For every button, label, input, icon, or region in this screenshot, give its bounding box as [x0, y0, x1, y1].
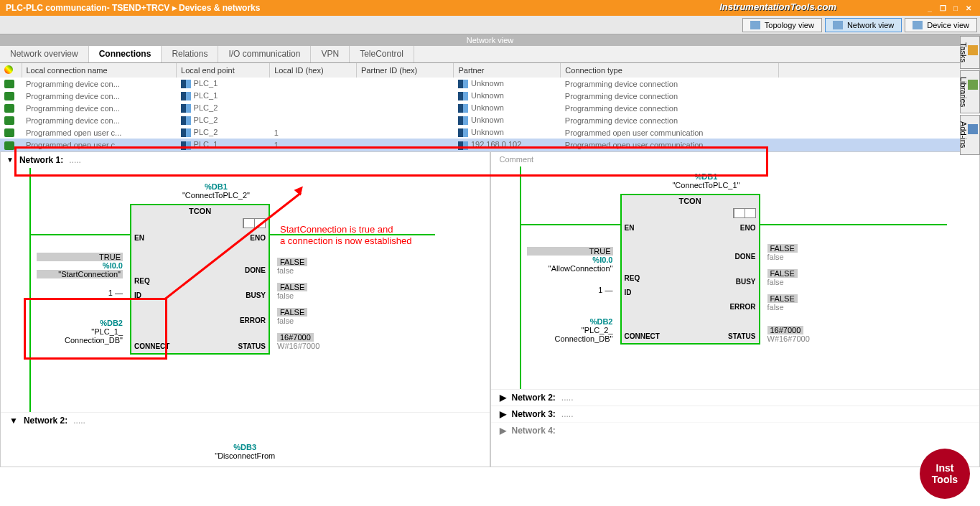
detail-tabs: Network overview Connections Relations I…	[0, 46, 980, 63]
plc-icon	[181, 141, 191, 150]
db-header: %DB1"ConnectToPLC_2"	[151, 182, 281, 200]
partner-icon	[458, 92, 468, 100]
done-out: FALSEfalse	[277, 258, 307, 275]
table-row-selected[interactable]: Programmed open user c...PLC_11192.168.0…	[0, 139, 980, 151]
expand-icon[interactable]: ▶	[500, 393, 506, 403]
tab-relations[interactable]: Relations	[162, 46, 218, 62]
error-out: FALSEfalse	[277, 308, 307, 325]
table-row[interactable]: Programming device con...PLC_1UnknownPro…	[0, 90, 980, 102]
collapse-icon[interactable]: ▼	[6, 156, 14, 164]
network3-header[interactable]: ▶Network 3:.....	[491, 406, 980, 422]
plc-icon	[181, 80, 191, 88]
comment-field[interactable]: Comment	[500, 155, 971, 164]
busy-out: FALSEfalse	[277, 283, 307, 300]
ladder-diagram-right[interactable]: %DB1"ConnectToPLC_1" TCON EN ENO REQ ID …	[513, 167, 958, 389]
connections-table: Local connection name Local end point Lo…	[0, 63, 980, 151]
tab-telecontrol[interactable]: TeleControl	[350, 46, 414, 62]
busy-out: FALSEfalse	[767, 269, 798, 286]
collapse-icon[interactable]: ▼	[9, 416, 18, 426]
partner-icon	[458, 104, 468, 113]
conn-icon	[4, 141, 14, 150]
wire	[29, 234, 130, 235]
power-rail	[520, 167, 521, 389]
addins-icon	[968, 124, 978, 134]
table-header: Local connection name Local end point Lo…	[0, 63, 980, 78]
watermark: InstrumentationTools.com	[719, 1, 836, 12]
error-out: FALSEfalse	[767, 294, 798, 311]
partner-icon	[458, 128, 468, 137]
conn-icon	[4, 128, 14, 137]
plc-icon	[181, 116, 191, 125]
block-menu-icon[interactable]	[733, 208, 756, 218]
req-label: TRUE %I0.0 "AllowConnection"	[527, 247, 613, 273]
partner-icon	[458, 116, 468, 125]
network1-header[interactable]: ▼ Network 1: .....	[1, 152, 490, 168]
side-tab-tasks[interactable]: Tasks	[960, 36, 980, 69]
tab-device[interactable]: Device view	[905, 18, 977, 32]
tab-connections[interactable]: Connections	[89, 46, 162, 62]
partner-icon	[458, 141, 468, 150]
maximize-button[interactable]: □	[950, 3, 961, 13]
conn-icon	[4, 92, 14, 100]
tab-iocomm[interactable]: I/O communication	[218, 46, 311, 62]
tcon-block[interactable]: TCON EN ENO REQ ID CONNECT DONE BUSY ERR…	[130, 204, 270, 355]
conn-icon	[4, 80, 14, 88]
plc-icon	[181, 104, 191, 113]
block-menu-icon[interactable]	[243, 218, 266, 228]
network4-header[interactable]: ▶Network 4:	[491, 422, 980, 439]
filter-icon[interactable]	[4, 65, 13, 74]
wire	[760, 224, 947, 225]
table-row[interactable]: Programming device con...PLC_1UnknownPro…	[0, 78, 980, 90]
close-button[interactable]: ✕	[963, 3, 974, 13]
device-icon	[913, 21, 923, 29]
tab-network[interactable]: Network view	[825, 18, 902, 32]
table-row[interactable]: Programming device con...PLC_2UnknownPro…	[0, 114, 980, 126]
wire	[270, 234, 435, 235]
expand-icon[interactable]: ▶	[500, 426, 506, 436]
expand-icon[interactable]: ▶	[500, 409, 506, 419]
libraries-icon	[968, 80, 978, 90]
status-out: 16#7000W#16#7000	[277, 333, 319, 350]
ladder-diagram-left[interactable]: %DB1"ConnectToPLC_2" TCON EN ENO REQ ID …	[22, 168, 468, 412]
conn-icon	[4, 104, 14, 113]
minimize-button[interactable]: _	[924, 3, 935, 13]
plc-icon	[181, 92, 191, 100]
wire	[520, 224, 620, 225]
id-label: 1 —	[584, 286, 613, 294]
side-panels: Tasks Libraries Add-ins	[960, 36, 980, 155]
topology-icon	[750, 21, 760, 29]
partner-icon	[458, 80, 468, 88]
tab-vpn[interactable]: VPN	[311, 46, 350, 62]
editor-area: ▼ Network 1: ..... %DB1"ConnectToPLC_2" …	[0, 151, 980, 467]
restore-button[interactable]: ❐	[937, 3, 948, 13]
power-rail	[29, 168, 31, 412]
tcon-block[interactable]: TCON EN ENO REQ ID CONNECT DONE BUSY ERR…	[620, 194, 760, 345]
db3-label: %DB3 "DisconnectFrom	[1, 443, 490, 460]
id-label: 1 —	[94, 289, 123, 297]
conn-icon	[4, 116, 14, 125]
left-editor: ▼ Network 1: ..... %DB1"ConnectToPLC_2" …	[0, 151, 490, 467]
db-header: %DB1"ConnectToPLC_1"	[642, 172, 771, 189]
network2-header[interactable]: ▼Network 2:.....	[1, 412, 490, 428]
tab-topology[interactable]: Topology view	[742, 18, 822, 32]
table-row[interactable]: Programmed open user c...PLC_21UnknownPr…	[0, 126, 980, 139]
table-row[interactable]: Programming device con...PLC_2UnknownPro…	[0, 102, 980, 114]
right-editor: Comment %DB1"ConnectToPLC_1" TCON EN ENO…	[490, 151, 981, 467]
connect-label: %DB2 "PLC_1_ Connection_DB"	[51, 319, 123, 345]
inst-tools-badge: InstTools	[920, 449, 970, 499]
title-text: PLC-PLC communcation- TSEND+TRCV ▸ Devic…	[6, 3, 260, 13]
tasks-icon	[968, 45, 978, 55]
network2-header[interactable]: ▶Network 2:.....	[491, 389, 980, 406]
done-out: FALSEfalse	[767, 244, 798, 261]
req-label: TRUE %I0.0 "StartConnection"	[37, 253, 123, 278]
view-tabs: Topology view Network view Device view	[0, 16, 980, 34]
connect-label: %DB2 "PLC_2_ Connection_DB"	[541, 317, 613, 343]
title-bar: PLC-PLC communcation- TSEND+TRCV ▸ Devic…	[0, 0, 980, 16]
tab-overview[interactable]: Network overview	[0, 46, 89, 62]
side-tab-libraries[interactable]: Libraries	[960, 70, 980, 113]
side-tab-addins[interactable]: Add-ins	[960, 115, 980, 154]
panel-header: Network view	[0, 34, 980, 46]
status-out: 16#7000W#16#7000	[767, 326, 810, 343]
network-icon	[833, 21, 843, 29]
plc-icon	[181, 128, 191, 137]
